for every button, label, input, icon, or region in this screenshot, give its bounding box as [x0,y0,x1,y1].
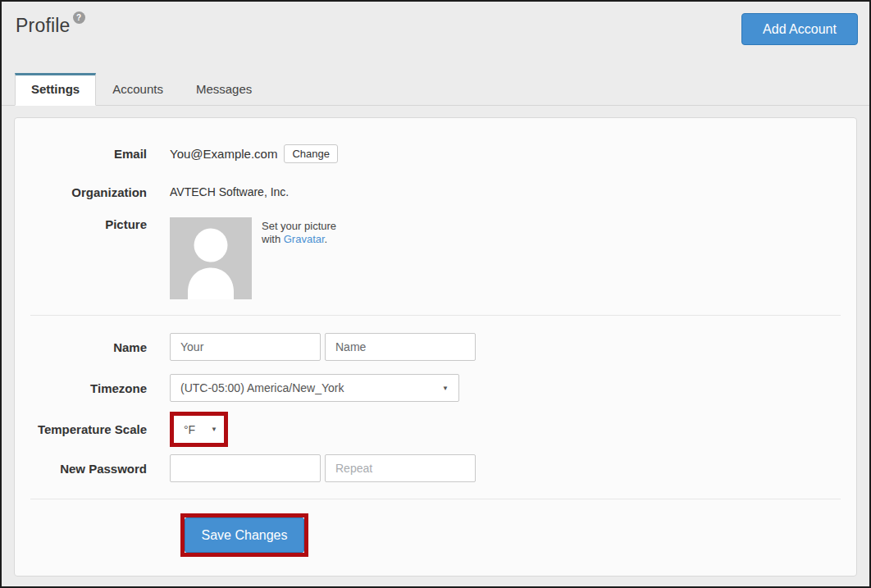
tab-accounts[interactable]: Accounts [96,73,180,106]
picture-row: Picture Set your picture with Gravatar. [15,217,856,299]
name-row: Name [15,333,856,361]
timezone-selected-value: (UTC-05:00) America/New_York [180,381,344,394]
name-label: Name [31,340,147,354]
caption-line2-prefix: with [262,233,284,245]
temperature-selected-value: °F [184,423,195,436]
new-password-input[interactable] [170,454,321,482]
timezone-label: Timezone [31,381,147,395]
organization-value: AVTECH Software, Inc. [170,185,289,198]
page-title: Profile [16,15,71,37]
temperature-scale-highlight: °F ▼ [170,412,228,447]
avatar [170,217,252,299]
gravatar-caption: Set your picture with Gravatar. [262,217,336,246]
page-header: Profile? Add Account [2,2,869,72]
first-name-input[interactable] [170,333,321,361]
profile-page: Profile? Add Account Settings Accounts M… [0,0,871,588]
organization-row: Organization AVTECH Software, Inc. [15,180,856,204]
email-row: Email You@Example.com Change [15,141,856,166]
section-divider-top [30,315,841,316]
gravatar-link[interactable]: Gravatar [284,233,325,245]
save-changes-button[interactable]: Save Changes [185,517,304,553]
repeat-password-input[interactable] [325,454,476,482]
tab-bar: Settings Accounts Messages [2,72,869,106]
picture-label: Picture [31,217,147,231]
temperature-scale-label: Temperature Scale [31,422,147,436]
temperature-scale-select[interactable]: °F ▼ [174,416,224,443]
caption-line2-suffix: . [325,233,328,245]
organization-label: Organization [31,185,147,199]
section-divider-bottom [30,499,841,499]
settings-panel: Email You@Example.com Change Organizatio… [14,117,857,577]
new-password-row: New Password [15,454,856,482]
temperature-scale-row: Temperature Scale °F ▼ [15,412,856,447]
chevron-down-icon: ▼ [211,426,217,433]
person-silhouette-icon [170,217,252,299]
new-password-label: New Password [31,462,147,476]
last-name-input[interactable] [325,333,476,361]
help-icon[interactable]: ? [73,11,85,24]
save-button-highlight: Save Changes [180,513,308,557]
email-label: Email [31,147,147,161]
tab-messages[interactable]: Messages [180,73,268,106]
tab-settings[interactable]: Settings [15,73,96,106]
change-email-button[interactable]: Change [284,144,338,163]
caption-line1: Set your picture [262,220,336,232]
timezone-select[interactable]: (UTC-05:00) America/New_York ▼ [170,374,459,402]
email-value: You@Example.com [170,147,277,161]
save-row: Save Changes [15,513,856,557]
timezone-row: Timezone (UTC-05:00) America/New_York ▼ [15,374,856,402]
chevron-down-icon: ▼ [442,385,449,392]
add-account-button[interactable]: Add Account [741,13,858,45]
